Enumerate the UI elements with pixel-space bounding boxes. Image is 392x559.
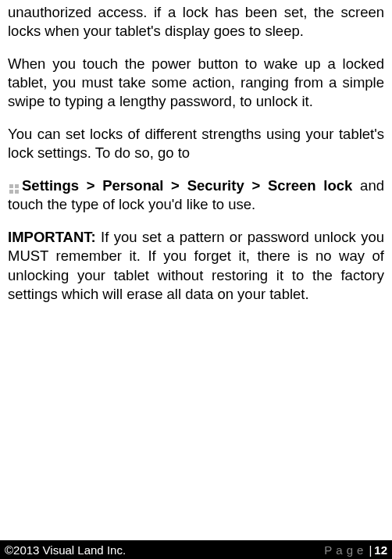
paragraph-2: When you touch the power button to wake … bbox=[8, 55, 384, 111]
page-indicator: Page | 12 bbox=[324, 543, 387, 557]
document-body: unauthorized access. if a lock has been … bbox=[0, 0, 392, 540]
svg-rect-3 bbox=[15, 190, 19, 194]
page-footer: ©2013 Visual Land Inc. Page | 12 bbox=[0, 540, 392, 559]
important-label: IMPORTANT: bbox=[8, 229, 96, 245]
copyright-text: ©2013 Visual Land Inc. bbox=[5, 543, 126, 557]
page-label: Page bbox=[324, 543, 367, 557]
svg-rect-1 bbox=[15, 184, 19, 188]
page-number: 12 bbox=[374, 543, 387, 557]
svg-rect-2 bbox=[9, 190, 13, 194]
paragraph-1: unauthorized access. if a lock has been … bbox=[8, 3, 384, 41]
paragraph-5: IMPORTANT: If you set a pattern or passw… bbox=[8, 228, 384, 303]
page-separator: | bbox=[369, 543, 372, 557]
paragraph-3: You can set locks of different strengths… bbox=[8, 125, 384, 162]
settings-path-bold: Settings > Personal > Security > Screen … bbox=[22, 177, 352, 194]
settings-icon bbox=[8, 181, 20, 194]
paragraph-4: Settings > Personal > Security > Screen … bbox=[8, 176, 384, 214]
svg-rect-0 bbox=[9, 184, 13, 188]
